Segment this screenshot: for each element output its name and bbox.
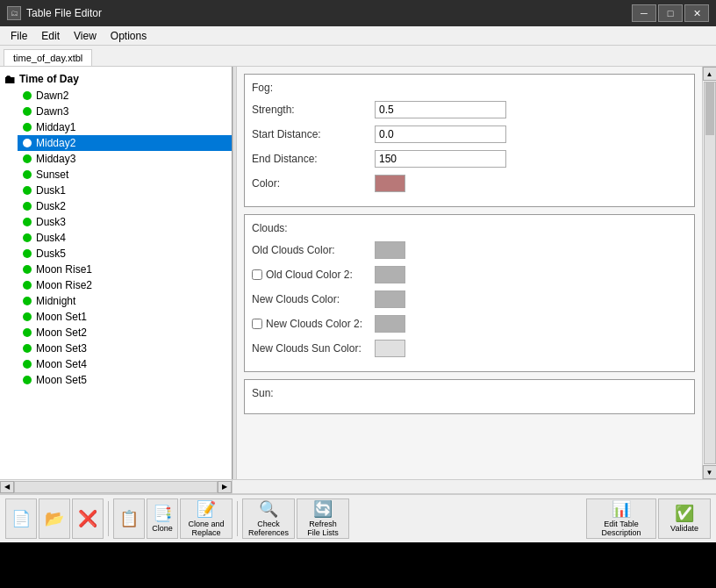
tree-item-moonrise1[interactable]: Moon Rise1 bbox=[18, 262, 232, 277]
tree-dot-midnight bbox=[23, 297, 32, 305]
main-content: 🖿 Time of Day Dawn2 Dawn3 Midday1 Midday… bbox=[0, 67, 716, 479]
validate-button[interactable]: ✅ Validate bbox=[658, 498, 711, 539]
app-icon: 🗂 bbox=[7, 6, 21, 20]
tree-item-dawn2[interactable]: Dawn2 bbox=[18, 88, 232, 104]
vertical-scrollbar[interactable]: ▲ ▼ bbox=[702, 67, 716, 479]
old-cloud-color2-swatch[interactable] bbox=[375, 266, 405, 283]
tree-item-dawn3[interactable]: Dawn3 bbox=[18, 104, 232, 119]
old-clouds-color-label: Old Clouds Color: bbox=[252, 244, 375, 256]
tree-dot-moonrise1 bbox=[23, 265, 32, 274]
h-scroll-right-button[interactable]: ▶ bbox=[218, 481, 232, 493]
tree-root[interactable]: 🖿 Time of Day bbox=[0, 70, 232, 88]
fog-color-swatch[interactable] bbox=[375, 175, 405, 192]
new-icon: 📄 bbox=[11, 509, 31, 528]
new-clouds-color-label: New Clouds Color: bbox=[252, 293, 375, 305]
tree-dot-sunset bbox=[23, 170, 32, 179]
clouds-section: Clouds: Old Clouds Color: Old Cloud Colo… bbox=[244, 214, 695, 372]
old-cloud-color2-checkbox[interactable] bbox=[252, 269, 262, 280]
fog-section-title: Fog: bbox=[252, 82, 687, 94]
sun-section-title: Sun: bbox=[252, 387, 687, 399]
tree-item-dusk1[interactable]: Dusk1 bbox=[18, 183, 232, 198]
fog-start-distance-row: Start Distance: bbox=[252, 125, 687, 143]
check-references-icon: 🔍 bbox=[259, 499, 278, 519]
maximize-button[interactable]: □ bbox=[658, 4, 683, 22]
new-clouds-color2-checkbox[interactable] bbox=[252, 319, 262, 329]
copy-button[interactable]: 📋 bbox=[113, 498, 145, 539]
new-clouds-color2-label: New Clouds Color 2: bbox=[266, 318, 362, 330]
new-clouds-sun-color-swatch[interactable] bbox=[375, 340, 405, 357]
tree-item-dusk3[interactable]: Dusk3 bbox=[18, 214, 232, 230]
tree-dot-moonset2 bbox=[23, 328, 32, 337]
tree-dot-moonset5 bbox=[23, 376, 32, 384]
tree-dot-moonset4 bbox=[23, 360, 32, 369]
validate-icon: ✅ bbox=[675, 504, 694, 523]
new-clouds-color2-row: New Clouds Color 2: bbox=[252, 315, 687, 333]
old-clouds-color-swatch[interactable] bbox=[375, 241, 405, 259]
edit-table-description-icon: 📊 bbox=[612, 499, 631, 519]
new-clouds-sun-color-row: New Clouds Sun Color: bbox=[252, 340, 687, 357]
open-button[interactable]: 📂 bbox=[39, 498, 70, 539]
tree-dot-moonset1 bbox=[23, 312, 32, 321]
tree-item-midnight[interactable]: Midnight bbox=[18, 293, 232, 309]
clone-replace-button[interactable]: 📝 Clone andReplace bbox=[180, 498, 233, 539]
close-button[interactable]: ✕ bbox=[684, 4, 709, 22]
fog-start-distance-label: Start Distance: bbox=[252, 128, 375, 140]
tree-item-midday1[interactable]: Midday1 bbox=[18, 119, 232, 135]
tree-dot-dusk4 bbox=[23, 233, 32, 242]
tree-dot-dusk3 bbox=[23, 218, 32, 226]
delete-button[interactable]: ❌ bbox=[72, 498, 104, 539]
clone-button[interactable]: 📑 Clone bbox=[147, 498, 178, 539]
menu-options[interactable]: Options bbox=[104, 28, 154, 44]
menu-view[interactable]: View bbox=[67, 28, 104, 44]
tree-item-moonset5[interactable]: Moon Set5 bbox=[18, 372, 232, 388]
right-panel: Fog: Strength: Start Distance: End Dista… bbox=[237, 67, 702, 479]
new-clouds-color-row: New Clouds Color: bbox=[252, 290, 687, 308]
fog-end-distance-input[interactable] bbox=[375, 150, 506, 168]
check-references-label: CheckReferences bbox=[248, 520, 289, 538]
tree-item-moonset2[interactable]: Moon Set2 bbox=[18, 325, 232, 341]
tree-dot-moonrise2 bbox=[23, 281, 32, 290]
tree-item-moonset1[interactable]: Moon Set1 bbox=[18, 309, 232, 325]
fog-color-label: Color: bbox=[252, 177, 375, 190]
menu-edit[interactable]: Edit bbox=[34, 28, 67, 44]
tree-item-moonset4[interactable]: Moon Set4 bbox=[18, 356, 232, 372]
tree-item-dusk5[interactable]: Dusk5 bbox=[18, 246, 232, 262]
scroll-up-button[interactable]: ▲ bbox=[703, 67, 717, 81]
tree-dot-moonset3 bbox=[23, 344, 32, 353]
sun-section: Sun: bbox=[244, 379, 695, 414]
new-button[interactable]: 📄 bbox=[5, 498, 37, 539]
toolbar-separator-1 bbox=[108, 501, 109, 536]
tree-dot-dusk2 bbox=[23, 202, 32, 211]
tree-item-midday3[interactable]: Midday3 bbox=[18, 151, 232, 167]
tree-item-sunset[interactable]: Sunset bbox=[18, 167, 232, 183]
tree-item-moonrise2[interactable]: Moon Rise2 bbox=[18, 277, 232, 293]
refresh-lists-button[interactable]: 🔄 RefreshFile Lists bbox=[297, 498, 349, 539]
tree-item-midday2[interactable]: Midday2 bbox=[18, 135, 232, 151]
edit-table-description-button[interactable]: 📊 Edit TableDescription bbox=[586, 498, 656, 539]
toolbar-right: 📊 Edit TableDescription ✅ Validate bbox=[586, 498, 711, 539]
tree-dot-midday3 bbox=[23, 154, 32, 163]
fog-strength-label: Strength: bbox=[252, 104, 375, 116]
tree-item-dusk4[interactable]: Dusk4 bbox=[18, 230, 232, 246]
menu-file[interactable]: File bbox=[4, 28, 34, 44]
check-references-button[interactable]: 🔍 CheckReferences bbox=[242, 498, 295, 539]
tree-dot-dawn2 bbox=[23, 91, 32, 100]
fog-strength-row: Strength: bbox=[252, 101, 687, 118]
menu-bar: File Edit View Options bbox=[0, 26, 716, 46]
h-scroll-left-button[interactable]: ◀ bbox=[0, 481, 14, 493]
tab-time-of-day[interactable]: time_of_day.xtbl bbox=[4, 49, 92, 66]
fog-strength-input[interactable] bbox=[375, 101, 506, 118]
fog-start-distance-input[interactable] bbox=[375, 125, 506, 143]
fog-end-distance-label: End Distance: bbox=[252, 153, 375, 165]
tree-dot-dusk5 bbox=[23, 249, 32, 258]
app-title: Table File Editor bbox=[26, 7, 102, 19]
clone-label: Clone bbox=[152, 525, 173, 534]
new-clouds-color-swatch[interactable] bbox=[375, 290, 405, 308]
title-bar: 🗂 Table File Editor ─ □ ✕ bbox=[0, 0, 716, 26]
scroll-down-button[interactable]: ▼ bbox=[703, 465, 717, 479]
new-clouds-color2-swatch[interactable] bbox=[375, 315, 405, 333]
minimize-button[interactable]: ─ bbox=[632, 4, 656, 22]
tree-item-moonset3[interactable]: Moon Set3 bbox=[18, 341, 232, 356]
tree-item-dusk2[interactable]: Dusk2 bbox=[18, 198, 232, 214]
clone-replace-label: Clone andReplace bbox=[188, 520, 224, 538]
